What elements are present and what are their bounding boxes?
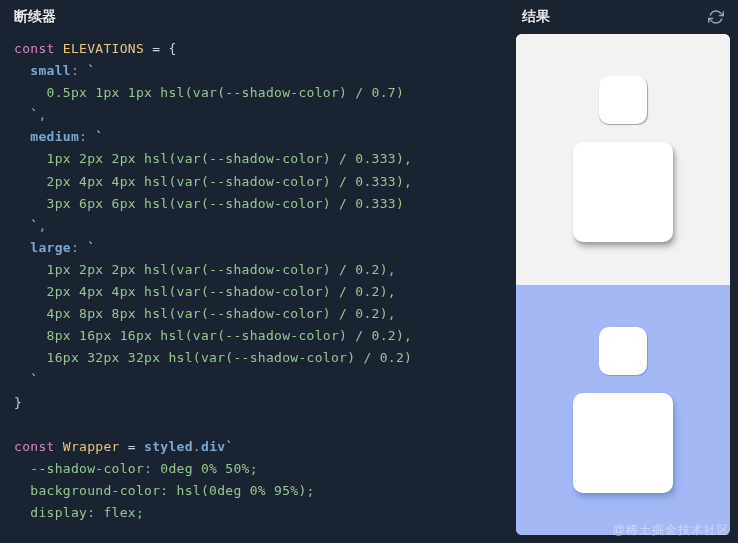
code-panel: 断续器 const ELEVATIONS = { small: ` 0.5px …: [0, 0, 508, 543]
result-panel: 结果: [508, 0, 738, 543]
code-title: 断续器: [14, 8, 56, 26]
code-editor[interactable]: const ELEVATIONS = { small: ` 0.5px 1px …: [0, 34, 508, 543]
code-header: 断续器: [0, 0, 508, 34]
box-small-blue: [599, 327, 647, 375]
wrapper-blue: [516, 285, 730, 536]
result-preview: [516, 34, 730, 535]
box-medium-blue: [573, 393, 673, 493]
box-medium-gray: [573, 142, 673, 242]
result-header: 结果: [508, 0, 738, 34]
wrapper-gray: [516, 34, 730, 285]
code-content: const ELEVATIONS = { small: ` 0.5px 1px …: [14, 38, 494, 524]
result-title: 结果: [522, 8, 550, 26]
watermark: @稀土掘金技术社区: [613, 522, 730, 539]
box-small-gray: [599, 76, 647, 124]
refresh-icon[interactable]: [708, 9, 724, 25]
